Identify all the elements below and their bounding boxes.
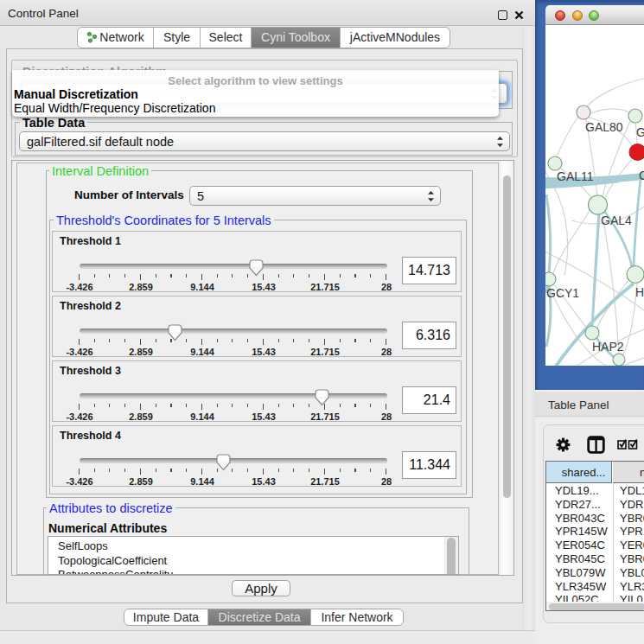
svg-text:G...: G... [636, 125, 644, 139]
svg-text:HAP2: HAP2 [592, 340, 624, 354]
svg-text:GAL11: GAL11 [557, 169, 594, 183]
svg-text:C: C [639, 169, 644, 182]
svg-text:GCY1: GCY1 [546, 286, 579, 300]
svg-text:H: H [635, 285, 644, 299]
svg-text:GAL4: GAL4 [601, 214, 632, 227]
svg-text:GAL80: GAL80 [585, 120, 623, 134]
